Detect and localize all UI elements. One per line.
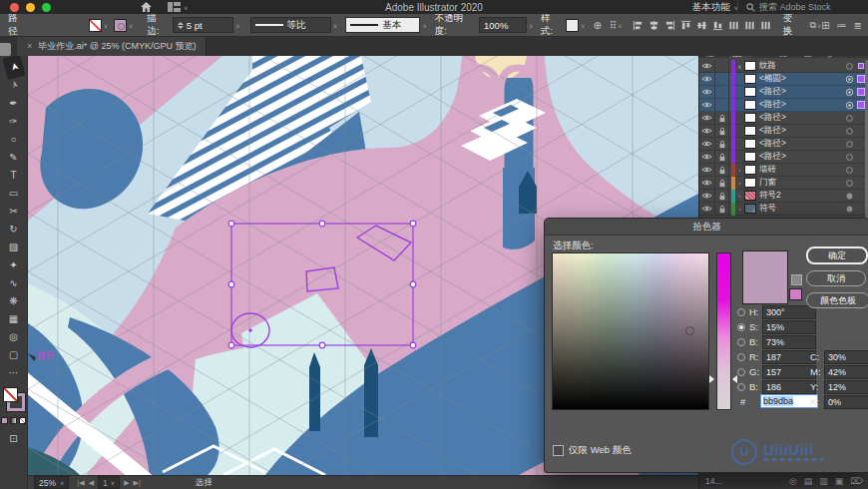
selection-handle[interactable] xyxy=(410,281,416,287)
layer-thumbnail[interactable] xyxy=(744,87,756,97)
layer-row[interactable]: ›符号 xyxy=(699,203,865,216)
zoom-level-select[interactable]: 25% ∨ xyxy=(34,476,69,489)
transform-label[interactable]: 变换 xyxy=(783,12,802,38)
target-circle-icon[interactable] xyxy=(843,62,856,71)
brush-definition-select[interactable]: 基本 xyxy=(345,17,420,33)
distribute-right-icon[interactable] xyxy=(760,20,771,31)
cmyk-input[interactable]: 42% xyxy=(824,365,868,379)
layer-thumbnail[interactable] xyxy=(744,178,756,188)
document-tab[interactable]: × 毕业作业.ai* @ 25% (CMYK/GPU 预览) xyxy=(17,36,207,56)
lock-icon[interactable] xyxy=(715,138,729,150)
layer-name[interactable]: <路径> xyxy=(759,99,843,111)
target-circle-icon[interactable] xyxy=(843,166,856,175)
fullscreen-window-button[interactable] xyxy=(42,3,51,12)
layer-row[interactable]: <路径> xyxy=(699,138,865,151)
layer-name[interactable]: 纹路 xyxy=(759,60,843,72)
type-tool[interactable]: T xyxy=(3,166,25,184)
target-circle-icon[interactable] xyxy=(843,75,856,84)
zoom-tool[interactable]: ◎ xyxy=(3,327,25,345)
lock-toggle-empty[interactable] xyxy=(715,86,729,98)
target-circle-icon[interactable] xyxy=(843,153,856,162)
layer-name[interactable]: 符号2 xyxy=(759,190,843,202)
target-circle-icon[interactable] xyxy=(843,127,856,136)
visibility-eye-icon[interactable] xyxy=(699,177,715,189)
layer-name[interactable]: <路径> xyxy=(759,112,843,124)
layer-name[interactable]: 门窗 xyxy=(759,177,843,189)
field-input-s[interactable]: 15% xyxy=(762,320,816,334)
expander-icon[interactable]: ∨ xyxy=(735,63,744,70)
selection-handle[interactable] xyxy=(228,281,234,287)
delete-layer-icon[interactable]: ⌦ xyxy=(850,476,863,486)
target-circle-icon[interactable] xyxy=(843,101,856,110)
pen-tool[interactable]: ✒ xyxy=(3,94,25,112)
expander-icon[interactable]: › xyxy=(735,206,744,212)
last-artboard-button[interactable]: ▶| xyxy=(134,479,141,487)
color-field[interactable] xyxy=(552,252,709,410)
transform-grid-icon[interactable]: ⊞ xyxy=(821,20,829,31)
artboard-tool[interactable]: ▢ xyxy=(3,345,25,363)
radio-b[interactable] xyxy=(737,338,745,346)
prev-artboard-button[interactable]: ◀ xyxy=(89,479,94,487)
lock-toggle-empty[interactable] xyxy=(715,99,729,111)
selection-handle[interactable] xyxy=(410,342,416,348)
list-view-icon[interactable]: ≣ xyxy=(854,20,862,31)
expander-icon[interactable]: › xyxy=(735,193,744,199)
lock-icon[interactable] xyxy=(715,151,729,163)
align-left-icon[interactable] xyxy=(633,20,644,31)
cmyk-input[interactable]: 30% xyxy=(824,350,868,364)
align-right-icon[interactable] xyxy=(664,20,675,31)
visibility-eye-icon[interactable] xyxy=(699,138,715,150)
layer-thumbnail[interactable] xyxy=(744,100,756,110)
lock-toggle-empty[interactable] xyxy=(715,60,729,72)
layer-name[interactable]: <椭圆> xyxy=(759,73,843,85)
lock-icon[interactable] xyxy=(715,177,729,189)
visibility-eye-icon[interactable] xyxy=(699,190,715,202)
layer-row[interactable]: ›门窗 xyxy=(699,177,865,190)
visibility-eye-icon[interactable] xyxy=(699,164,715,176)
fill-color-swatch[interactable] xyxy=(89,19,102,32)
lock-icon[interactable] xyxy=(715,203,729,215)
transform-options-icon[interactable]: ⧉ xyxy=(809,20,815,31)
stack-options-icon[interactable]: ≔ xyxy=(837,20,847,31)
layer-row[interactable]: <路径> xyxy=(699,86,865,99)
align-bottom-icon[interactable] xyxy=(712,20,723,31)
lock-icon[interactable] xyxy=(715,190,729,202)
expander-icon[interactable]: › xyxy=(735,180,744,186)
graphic-style-swatch[interactable] xyxy=(566,19,579,32)
first-artboard-button[interactable]: |◀ xyxy=(77,479,84,487)
layer-thumbnail[interactable] xyxy=(744,61,756,71)
gamut-warning-icon[interactable] xyxy=(791,274,802,285)
radio-h[interactable] xyxy=(737,308,745,316)
layer-name[interactable]: <路径> xyxy=(759,125,843,137)
expander-icon[interactable]: › xyxy=(735,167,744,173)
color-swatches-button[interactable]: 颜色色板 xyxy=(806,292,868,308)
none-mode-icon[interactable] xyxy=(19,417,26,424)
layer-thumbnail[interactable] xyxy=(744,191,756,201)
selection-handle[interactable] xyxy=(228,342,234,348)
gradient-tool[interactable]: ▨ xyxy=(3,238,25,255)
curvature-tool[interactable]: ✑ xyxy=(3,112,25,130)
target-circle-icon[interactable] xyxy=(843,140,856,149)
layer-thumbnail[interactable] xyxy=(744,74,756,84)
layer-row[interactable]: ∨纹路 xyxy=(699,60,865,73)
visibility-eye-icon[interactable] xyxy=(699,112,715,124)
field-input-r[interactable]: 187 xyxy=(762,350,816,364)
visibility-eye-icon[interactable] xyxy=(699,60,715,72)
target-circle-icon[interactable] xyxy=(843,88,856,97)
layer-thumbnail[interactable] xyxy=(744,139,756,149)
color-mode-icon[interactable] xyxy=(1,417,8,424)
layer-name[interactable]: <路径> xyxy=(759,86,843,98)
target-circle-icon[interactable] xyxy=(843,192,856,201)
stepper-icon[interactable] xyxy=(178,22,184,29)
field-input-b2[interactable]: 186 xyxy=(762,380,816,394)
cmyk-input[interactable]: 12% xyxy=(824,380,868,394)
align-middle-v-icon[interactable] xyxy=(696,20,707,31)
layer-row[interactable]: <路径> xyxy=(699,99,865,112)
visibility-eye-icon[interactable] xyxy=(699,86,715,98)
lock-icon[interactable] xyxy=(715,112,729,124)
gradient-mode-icon[interactable] xyxy=(10,417,17,424)
eyedropper-tool[interactable]: ✦ xyxy=(3,255,25,273)
color-spectrum-slider[interactable] xyxy=(716,252,731,410)
distribute-center-icon[interactable] xyxy=(744,20,755,31)
symbol-sprayer-tool[interactable]: ❋ xyxy=(3,291,25,309)
